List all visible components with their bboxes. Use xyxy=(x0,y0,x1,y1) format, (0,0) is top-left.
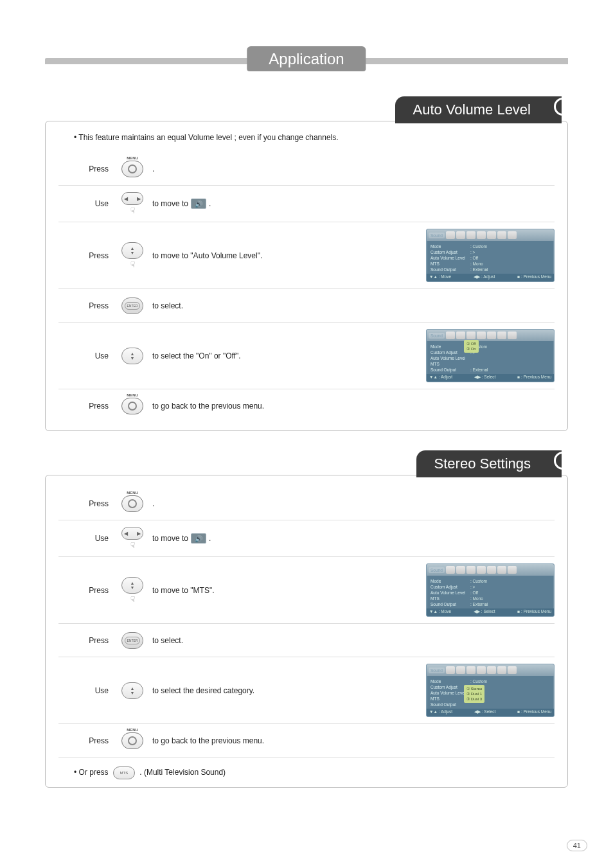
mts-button-icon: MTS xyxy=(113,766,135,779)
nav-left-right-icon: ◀▶ xyxy=(121,192,143,205)
section-note: This feature maintains an equal Volume l… xyxy=(74,133,555,142)
nav-up-down-icon: ▲▼ xyxy=(121,242,143,259)
section-title-marker-icon xyxy=(554,98,572,116)
page-title: Application xyxy=(247,46,366,71)
step-row: Press MENU to go back to the previous me… xyxy=(58,389,555,423)
finger-press-icon: ☟ xyxy=(130,541,135,550)
page-number: 41 xyxy=(567,840,587,851)
step-row: Press MENU to go back to the previous me… xyxy=(58,724,555,757)
step-row: Press ▲▼ ☟ to move to "Auto Volume Level… xyxy=(58,222,555,289)
step-row: Press ▲▼ ☟ to move to "MTS". Sound Mode:… xyxy=(58,557,555,624)
menu-button-icon: MENU xyxy=(121,398,143,414)
step-row: Press ENTER to select. xyxy=(58,624,555,657)
finger-press-icon: ☟ xyxy=(130,260,135,269)
finger-press-icon: ☟ xyxy=(130,206,135,215)
nav-left-right-icon: ◀▶ xyxy=(121,527,143,540)
section-title-stereo-settings: Stereo Settings xyxy=(416,450,562,477)
sound-tab-icon: 🔊 xyxy=(191,533,206,544)
osd-screenshot: Sound Mode: Custom Custom Adjust: > Auto… xyxy=(426,329,555,382)
osd-option-popup: ① Off ② On xyxy=(464,340,479,353)
section-auto-volume: This feature maintains an equal Volume l… xyxy=(45,121,568,431)
osd-screenshot: Sound Mode: Custom Custom Adjust: > Auto… xyxy=(426,563,555,617)
enter-button-icon: ENTER xyxy=(121,632,143,649)
osd-option-popup: ① Stereo ② Dual 1 ③ Dual 3 xyxy=(464,685,484,703)
step-row: Use ◀▶ ☟ to move to 🔊 . xyxy=(58,520,555,557)
step-row: Use ▲▼ to select the desired category. S… xyxy=(58,657,555,724)
osd-screenshot: Sound Mode: Custom Custom Adjust: > Auto… xyxy=(426,664,555,717)
section-stereo: Press MENU . Use ◀▶ ☟ to move to 🔊 . xyxy=(45,475,568,788)
section-footer-note: Or press MTS . (Multi Television Sound) xyxy=(74,766,555,779)
sound-tab-icon: 🔊 xyxy=(191,199,206,209)
nav-up-down-icon: ▲▼ xyxy=(121,682,143,699)
step-row: Press MENU . xyxy=(58,487,555,520)
enter-button-icon: ENTER xyxy=(121,297,143,314)
step-row: Press ENTER to select. xyxy=(58,289,555,323)
menu-button-icon: MENU xyxy=(121,495,143,512)
nav-up-down-icon: ▲▼ xyxy=(121,348,143,364)
menu-button-icon: MENU xyxy=(121,732,143,749)
step-row: Use ▲▼ to select the "On" or "Off". Soun… xyxy=(58,323,555,389)
osd-screenshot: Sound Mode: Custom Custom Adjust: > Auto… xyxy=(426,229,555,282)
menu-button-icon: MENU xyxy=(121,161,143,177)
nav-up-down-icon: ▲▼ xyxy=(121,577,143,594)
finger-press-icon: ☟ xyxy=(130,595,135,604)
section-title-auto-volume: Auto Volume Level xyxy=(395,96,562,123)
section-title-marker-icon xyxy=(554,452,572,470)
step-row: Press MENU . xyxy=(58,152,555,186)
step-row: Use ◀▶ ☟ to move to 🔊 . xyxy=(58,186,555,222)
header-bar: Application xyxy=(45,39,568,71)
